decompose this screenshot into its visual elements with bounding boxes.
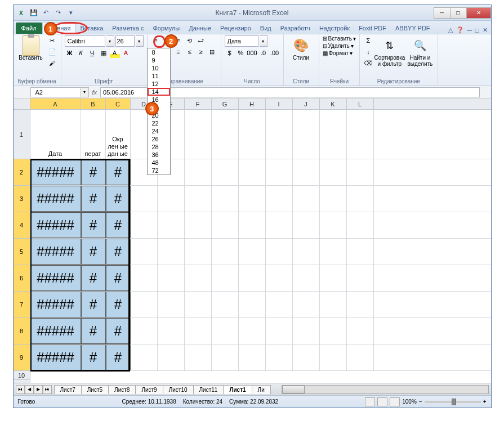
cell[interactable] [347, 110, 374, 159]
cell[interactable]: # [81, 318, 106, 344]
orientation-button[interactable]: ⟲ [185, 35, 195, 46]
cell[interactable] [185, 318, 212, 344]
sheet-tab[interactable]: Лист7 [54, 385, 82, 394]
sheet-tab[interactable]: Лист8 [108, 385, 136, 394]
wrap-text-button[interactable]: ⮐ [196, 35, 206, 46]
cell[interactable] [320, 110, 347, 159]
cell[interactable] [320, 292, 347, 317]
cell[interactable] [212, 292, 239, 317]
col-header-B[interactable]: B [81, 99, 106, 109]
cell[interactable] [131, 239, 158, 265]
tab-developer[interactable]: Разработч [276, 23, 315, 34]
tab-data[interactable]: Данные [184, 23, 216, 34]
underline-button[interactable]: Ч [87, 48, 97, 58]
cell[interactable]: ##### [30, 186, 81, 212]
cell[interactable] [293, 212, 320, 238]
row-header-5[interactable]: 5 [14, 239, 30, 265]
cell[interactable] [158, 212, 185, 238]
font-name-dropdown-icon[interactable]: ▾ [106, 35, 114, 47]
italic-button[interactable]: К [76, 48, 86, 58]
cell[interactable] [239, 344, 266, 370]
cell[interactable]: # [106, 186, 131, 212]
tab-abbyy[interactable]: ABBYY PDF [391, 23, 435, 34]
cell[interactable]: перат [81, 110, 106, 159]
cell[interactable]: ##### [30, 239, 81, 265]
align-right-button[interactable]: ≡ [173, 47, 184, 57]
format-painter-button[interactable]: 🖌 [47, 58, 57, 68]
font-size-option[interactable]: 26 [148, 135, 170, 143]
cell[interactable] [158, 318, 185, 344]
cell[interactable]: Дата [30, 110, 81, 159]
row-header-6[interactable]: 6 [14, 265, 30, 292]
undo-button[interactable]: ↶ [41, 7, 52, 19]
save-button[interactable]: 💾 [28, 7, 39, 19]
sheet-nav-first[interactable]: ⏮ [16, 385, 25, 394]
cell[interactable]: # [106, 212, 131, 238]
cut-button[interactable]: ✂ [47, 35, 57, 46]
cell[interactable] [293, 186, 320, 212]
row-header-8[interactable]: 8 [14, 318, 30, 344]
zoom-slider[interactable] [425, 401, 481, 403]
name-box[interactable]: A2 [30, 87, 81, 97]
view-pagebreak-button[interactable] [390, 397, 400, 406]
col-header-L[interactable]: L [347, 99, 374, 109]
insert-cells-button[interactable]: ⊞ Вставить ▾ [323, 35, 356, 42]
cell[interactable]: # [106, 239, 131, 265]
cell[interactable]: ##### [30, 212, 81, 238]
cell[interactable] [293, 344, 320, 370]
fill-color-button[interactable]: A [110, 48, 120, 58]
cell[interactable] [266, 344, 293, 370]
cell[interactable] [320, 159, 347, 185]
row-header-9[interactable]: 9 [14, 344, 30, 371]
paste-button[interactable]: Вставить [17, 35, 45, 68]
font-size-option[interactable]: 14 [148, 88, 170, 96]
col-header-A[interactable]: A [30, 99, 81, 109]
cell[interactable] [320, 239, 347, 265]
border-button[interactable]: ▦ [99, 48, 109, 58]
number-format-dropdown[interactable] [225, 35, 258, 47]
cell[interactable] [266, 265, 293, 291]
row-header-4[interactable]: 4 [14, 212, 30, 239]
cell[interactable] [131, 186, 158, 212]
cell[interactable] [158, 292, 185, 317]
cell[interactable] [266, 239, 293, 265]
cell[interactable] [266, 318, 293, 344]
col-header-K[interactable]: K [320, 99, 347, 109]
font-size-option[interactable]: 9 [148, 56, 170, 64]
zoom-percent[interactable]: 100% [402, 399, 417, 405]
cell[interactable]: Окр лен ые дан ые [106, 110, 131, 159]
sheet-tab[interactable]: Лист11 [193, 385, 224, 394]
cell[interactable] [347, 239, 374, 265]
hscroll-thumb[interactable] [282, 386, 305, 393]
minimize-ribbon-icon[interactable]: △ [448, 26, 453, 34]
font-size-option[interactable]: 36 [148, 151, 170, 159]
cell[interactable] [131, 292, 158, 317]
cell[interactable] [185, 212, 212, 238]
cell[interactable] [185, 186, 212, 212]
cell[interactable] [239, 292, 266, 317]
tab-view[interactable]: Вид [256, 23, 276, 34]
cell[interactable] [239, 265, 266, 291]
cell[interactable] [320, 212, 347, 238]
font-size-dropdown-button[interactable]: ▾ [136, 35, 144, 47]
font-size-input[interactable] [115, 35, 135, 47]
row-header-10[interactable]: 10 [14, 371, 30, 380]
increase-indent-button[interactable]: ≥ [196, 47, 206, 57]
font-size-option[interactable]: 12 [148, 80, 170, 88]
cell[interactable] [131, 318, 158, 344]
font-size-option[interactable]: 72 [148, 167, 170, 175]
cell[interactable] [158, 186, 185, 212]
col-header-J[interactable]: J [293, 99, 320, 109]
sheet-tab[interactable]: Ли [252, 385, 271, 394]
decrease-decimal-button[interactable]: .00 [270, 48, 280, 58]
font-color-button[interactable]: A [121, 48, 131, 58]
cell[interactable] [212, 212, 239, 238]
sort-filter-button[interactable]: ⇅ Сортировка и фильтр [376, 35, 404, 68]
cell[interactable] [293, 110, 320, 159]
fx-icon[interactable]: fx [92, 89, 97, 96]
cell[interactable] [212, 344, 239, 370]
cell[interactable] [347, 186, 374, 212]
cell[interactable]: ##### [30, 159, 81, 185]
cell[interactable]: # [81, 186, 106, 212]
cell[interactable] [158, 265, 185, 291]
